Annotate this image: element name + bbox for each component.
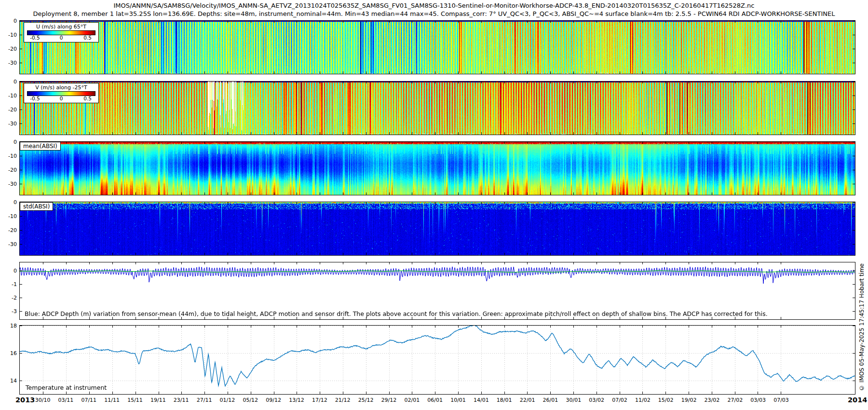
x-tick-label: 11/02 <box>635 397 651 403</box>
x-tick-label: 03/11 <box>58 397 74 403</box>
x-tick-label: 18/01 <box>497 397 512 403</box>
x-tick-label: 09/12 <box>266 397 281 403</box>
panel-u-velocity: U (m/s) along 65°T -0.5 0 0.5 0-10-20-30 <box>19 20 855 74</box>
x-tick-label: 03/02 <box>589 397 604 403</box>
u-y-axis-labels: 0-10-20-30 <box>2 21 18 74</box>
x-axis: 2013 2014 30/1003/1107/1111/1115/1119/11… <box>19 396 855 405</box>
x-tick-label: 02/01 <box>404 397 420 403</box>
x-tick-label: 07/03 <box>773 397 789 403</box>
panel-v-velocity: V (m/s) along -25°T -0.5 0 0.5 0-10-20-3… <box>19 81 855 135</box>
mean-absi-label: mean(ABSI) <box>20 142 61 150</box>
panel-depth-variation: Blue: ADCP Depth (m) variation from sens… <box>19 262 855 320</box>
x-tick-label: 15/11 <box>127 397 143 403</box>
y-tick-label: -20 <box>8 227 17 233</box>
panel-temperature: Temperature at instrument 141618 <box>19 325 855 395</box>
depth-y-axis-labels: 0-1-2-3 <box>2 262 18 319</box>
v-velocity-heatmap-canvas <box>20 82 855 135</box>
y-tick-label: 0 <box>14 139 17 145</box>
x-tick-label: 07/02 <box>612 397 627 403</box>
x-tick-label: 11/11 <box>104 397 120 403</box>
x-tick-label: 01/12 <box>220 397 235 403</box>
y-tick-label: -30 <box>8 120 17 126</box>
x-tick-label: 17/12 <box>312 397 327 403</box>
y-tick-label: -30 <box>8 241 17 247</box>
y-tick-label: -30 <box>8 180 17 187</box>
figure-title: IMOS/ANMN/SA/SAM8SG/Velocity/IMOS_ANMN-S… <box>0 2 868 9</box>
x-tick-label: 14/01 <box>474 397 489 403</box>
figure-root: IMOS/ANMN/SA/SAM8SG/Velocity/IMOS_ANMN-S… <box>0 0 868 410</box>
x-tick-label: 27/11 <box>197 397 212 403</box>
y-tick-label: -10 <box>8 152 17 159</box>
y-tick-label: -20 <box>8 166 17 173</box>
temperature-label: Temperature at instrument <box>26 384 107 391</box>
y-tick-label: -20 <box>8 106 17 112</box>
x-tick-label: 30/10 <box>35 397 51 403</box>
v-y-axis-labels: 0-10-20-30 <box>2 82 18 135</box>
x-tick-label: 13/12 <box>289 397 304 403</box>
y-tick-label: -10 <box>8 92 17 98</box>
v-colorbar-title: V (m/s) along -25°T <box>27 84 95 91</box>
x-tick-label: 30/01 <box>566 397 581 403</box>
u-colorbar-tick: 0 <box>60 35 63 41</box>
copyright-watermark: © IMOS 05-May-2025 17:45:17 Hobart time <box>858 263 865 391</box>
y-tick-label: -10 <box>8 31 17 38</box>
x-tick-label: 25/12 <box>358 397 374 403</box>
y-tick-label: 0 <box>14 79 17 85</box>
x-tick-label: 10/01 <box>450 397 466 403</box>
std-absi-y-axis-labels: 0-10-20-30 <box>2 202 18 255</box>
x-tick-label: 29/12 <box>381 397 397 403</box>
y-tick-label: -2 <box>12 295 17 301</box>
std-absi-label: std(ABSI) <box>20 202 53 211</box>
u-colorbar-tick-labels: -0.5 0 0.5 <box>27 35 95 41</box>
x-tick-label: 22/01 <box>520 397 535 403</box>
year-end-label: 2014 <box>848 396 867 404</box>
std-absi-heatmap-canvas <box>20 202 855 255</box>
v-colorbar-tick: 0.5 <box>83 96 92 101</box>
y-tick-label: 18 <box>10 323 17 329</box>
x-tick-label: 19/11 <box>150 397 166 403</box>
panel-mean-absi: mean(ABSI) 0-10-20-30 <box>19 141 855 195</box>
x-tick-label: 05/12 <box>243 397 258 403</box>
u-colorbar-title: U (m/s) along 65°T <box>27 24 95 30</box>
y-tick-label: 14 <box>10 377 17 383</box>
y-tick-label: -1 <box>12 281 17 287</box>
y-tick-label: 16 <box>10 350 17 356</box>
x-tick-label: 23/11 <box>174 397 189 403</box>
u-colorbar-tick: 0.5 <box>83 35 92 41</box>
y-tick-label: -3 <box>12 308 17 314</box>
v-colorbar-tick-labels: -0.5 0 0.5 <box>27 96 95 102</box>
u-velocity-heatmap-canvas <box>20 21 855 74</box>
depth-variation-annotation: Blue: ADCP Depth (m) variation from sens… <box>25 310 768 317</box>
x-tick-label: 07/11 <box>81 397 96 403</box>
x-tick-label: 21/12 <box>335 397 351 403</box>
x-tick-label: 26/01 <box>543 397 558 403</box>
figure-subtitle: Deployment 8, member 1 lat=35.25S lon=13… <box>0 10 868 17</box>
x-tick-label: 03/03 <box>750 397 766 403</box>
temperature-line-canvas <box>20 326 855 394</box>
v-colorbar-legend: V (m/s) along -25°T -0.5 0 0.5 <box>24 83 99 103</box>
y-tick-label: -20 <box>8 45 17 52</box>
u-colorbar-legend: U (m/s) along 65°T -0.5 0 0.5 <box>24 22 99 42</box>
panel-std-absi: std(ABSI) 0-10-20-30 <box>19 202 855 256</box>
mean-absi-heatmap-canvas <box>20 142 855 195</box>
x-tick-label: 06/01 <box>427 397 443 403</box>
temperature-y-axis-labels: 141618 <box>2 326 18 394</box>
x-tick-label: 27/02 <box>727 397 743 403</box>
v-colorbar-tick: -0.5 <box>30 96 40 101</box>
y-tick-label: -30 <box>8 59 17 66</box>
u-colorbar-tick: -0.5 <box>30 35 40 41</box>
y-tick-label: 0 <box>14 199 17 205</box>
x-tick-label: 19/02 <box>681 397 697 403</box>
x-tick-label: 15/02 <box>658 397 674 403</box>
mean-absi-y-axis-labels: 0-10-20-30 <box>2 142 18 195</box>
y-tick-label: 0 <box>14 267 17 273</box>
y-tick-label: 0 <box>14 18 17 24</box>
x-tick-label: 23/02 <box>705 397 720 403</box>
y-tick-label: -10 <box>8 213 17 219</box>
year-start-label: 2013 <box>15 396 35 404</box>
v-colorbar-tick: 0 <box>60 96 63 101</box>
